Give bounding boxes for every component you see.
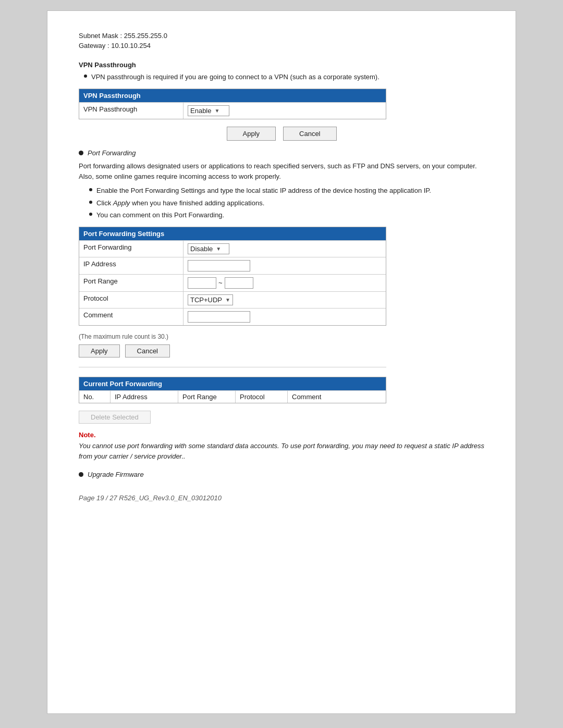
pf-port-range-container: ~ (188, 277, 382, 289)
vpn-enable-value: Enable (190, 107, 211, 115)
pf-button-row: Apply Cancel (79, 344, 484, 357)
subnet-mask-label: Subnet Mask : (79, 32, 122, 40)
pf-port-start-input[interactable] (188, 277, 216, 289)
pf-disable-value: Disable (190, 245, 213, 253)
pf-protocol-arrow: ▼ (225, 297, 230, 303)
subnet-mask-value: 255.255.255.0 (124, 32, 167, 40)
pf-label-comment: Comment (79, 309, 183, 325)
pf-value-comment (183, 309, 386, 325)
pf-label-protocol: Protocol (79, 292, 183, 308)
pf-row-comment: Comment (79, 308, 386, 325)
port-forwarding-heading: Port Forwarding (79, 149, 484, 157)
pf-ip-input[interactable] (188, 260, 250, 272)
vpn-table: VPN Passthrough VPN Passthrough Enable ▼ (79, 89, 386, 119)
max-rule-note: (The maximum rule count is 30.) (79, 333, 484, 340)
pf-value-forwarding: Disable ▼ (183, 241, 386, 257)
col-header-comment: Comment (288, 391, 386, 403)
pf-bullet-3-text: You can comment on this Port Forwarding. (96, 210, 224, 220)
pf-label-portrange: Port Range (79, 275, 183, 291)
pf-bullet-3: You can comment on this Port Forwarding. (89, 210, 484, 220)
pf-value-ip (183, 257, 386, 274)
pf-table-header: Port Forwarding Settings (79, 227, 386, 240)
vpn-dropdown-arrow: ▼ (214, 108, 219, 114)
pf-port-end-input[interactable] (225, 277, 253, 289)
pf-bullet-1-text: Enable the Port Forwarding Settings and … (96, 186, 431, 196)
pf-bullet-1: Enable the Port Forwarding Settings and … (89, 186, 484, 196)
current-pf-header: Current Port Forwarding (79, 377, 386, 390)
vpn-intro-text: VPN passthrough is required if you are g… (91, 72, 380, 82)
vpn-section-title: VPN Passthrough (79, 61, 484, 69)
pf-disable-arrow: ▼ (216, 246, 221, 252)
pf-bullet-2-dot (89, 201, 92, 204)
vpn-row-value: Enable ▼ (183, 103, 386, 119)
gateway-line: Gateway : 10.10.10.254 (79, 42, 484, 50)
port-forwarding-body: Port forwarding allows designated users … (79, 161, 484, 183)
col-header-portrange: Port Range (178, 391, 236, 403)
pf-bullet-3-dot (89, 213, 92, 216)
gateway-label: Gateway : (79, 42, 109, 50)
pf-apply-button[interactable]: Apply (79, 344, 120, 357)
pf-comment-input[interactable] (188, 311, 250, 323)
pf-bullet-1-dot (89, 188, 92, 191)
port-forwarding-section: Port Forwarding Port forwarding allows d… (79, 149, 484, 357)
gateway-value: 10.10.10.254 (111, 42, 151, 50)
vpn-cancel-button[interactable]: Cancel (283, 127, 336, 141)
port-forwarding-title: Port Forwarding (88, 149, 136, 157)
note-text: You cannot use port forwarding with some… (79, 441, 484, 463)
pf-cancel-button[interactable]: Cancel (125, 344, 170, 357)
vpn-intro-bullet: VPN passthrough is required if you are g… (84, 72, 484, 82)
vpn-table-row: VPN Passthrough Enable ▼ (79, 102, 386, 119)
delete-selected-button[interactable]: Delete Selected (79, 411, 151, 424)
subnet-mask-line: Subnet Mask : 255.255.255.0 (79, 32, 484, 40)
upgrade-dot (79, 472, 83, 477)
pf-port-range-separator: ~ (218, 279, 223, 287)
col-header-no: No. (79, 391, 111, 403)
pf-row-forwarding: Port Forwarding Disable ▼ (79, 240, 386, 257)
col-header-protocol: Protocol (236, 391, 288, 403)
pf-row-protocol: Protocol TCP+UDP ▼ (79, 291, 386, 308)
pf-bullet-2: Click Apply when you have finished addin… (89, 198, 484, 208)
pf-disable-select[interactable]: Disable ▼ (188, 243, 229, 254)
vpn-enable-select[interactable]: Enable ▼ (188, 105, 229, 116)
current-pf-columns: No. IP Address Port Range Protocol Comme… (79, 390, 386, 403)
page-footer: Page 19 / 27 R526_UG_Rev3.0_EN_03012010 (79, 494, 484, 502)
upgrade-heading: Upgrade Firmware (79, 471, 484, 478)
note-label: Note. (79, 431, 484, 439)
delete-button-container: Delete Selected (79, 411, 484, 424)
pf-row-ip: IP Address (79, 257, 386, 274)
vpn-intro-bullet-dot (84, 75, 87, 78)
page-content: Subnet Mask : 255.255.255.0 Gateway : 10… (47, 10, 516, 714)
vpn-apply-button[interactable]: Apply (227, 127, 276, 141)
col-header-ip: IP Address (111, 391, 178, 403)
upgrade-title: Upgrade Firmware (88, 471, 144, 478)
vpn-row-label: VPN Passthrough (79, 103, 183, 119)
port-forwarding-dot (79, 151, 83, 155)
pf-protocol-value: TCP+UDP (190, 296, 222, 304)
vpn-button-row: Apply Cancel (79, 127, 484, 141)
pf-row-portrange: Port Range ~ (79, 274, 386, 291)
pf-bullet-2-text: Click Apply when you have finished addin… (96, 198, 264, 208)
pf-label-ip: IP Address (79, 257, 183, 274)
vpn-table-header: VPN Passthrough (79, 89, 386, 102)
pf-label-forwarding: Port Forwarding (79, 241, 183, 257)
section-divider (79, 367, 386, 367)
current-pf-table: Current Port Forwarding No. IP Address P… (79, 377, 386, 403)
pf-value-protocol: TCP+UDP ▼ (183, 292, 386, 308)
pf-protocol-select[interactable]: TCP+UDP ▼ (188, 294, 233, 305)
upgrade-section: Upgrade Firmware (79, 471, 484, 478)
pf-table: Port Forwarding Settings Port Forwarding… (79, 227, 386, 326)
pf-value-portrange: ~ (183, 275, 386, 291)
